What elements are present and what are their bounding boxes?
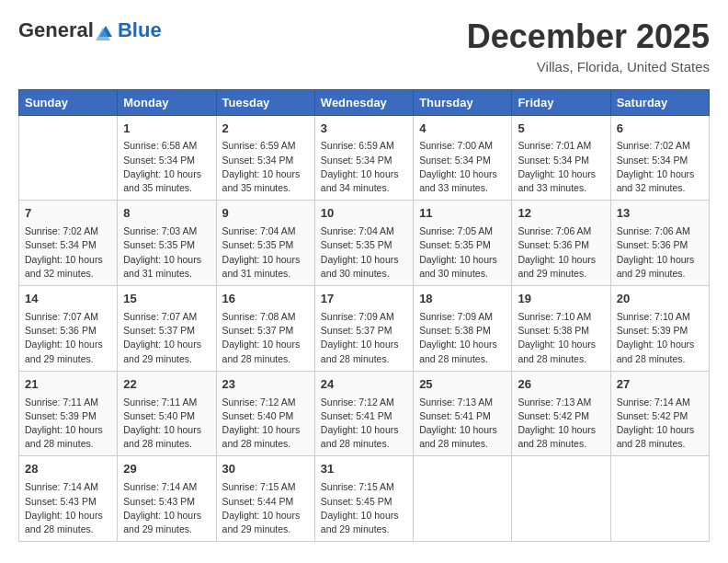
calendar-week-row: 14Sunrise: 7:07 AMSunset: 5:36 PMDayligh… xyxy=(19,286,710,372)
day-info: Sunrise: 6:59 AMSunset: 5:34 PMDaylight:… xyxy=(321,139,407,195)
day-info: Sunrise: 7:09 AMSunset: 5:37 PMDaylight:… xyxy=(321,310,407,366)
calendar-day-cell: 9Sunrise: 7:04 AMSunset: 5:35 PMDaylight… xyxy=(216,201,314,286)
day-info: Sunrise: 7:06 AMSunset: 5:36 PMDaylight:… xyxy=(617,224,703,281)
col-header-thursday: Thursday xyxy=(414,89,512,115)
calendar-day-cell: 1Sunrise: 6:58 AMSunset: 5:34 PMDaylight… xyxy=(118,115,216,201)
day-number: 19 xyxy=(518,291,604,308)
day-number: 17 xyxy=(321,291,407,308)
day-number: 27 xyxy=(617,376,703,394)
calendar-day-cell xyxy=(19,115,118,201)
calendar-day-cell: 18Sunrise: 7:09 AMSunset: 5:38 PMDayligh… xyxy=(414,286,512,372)
day-info: Sunrise: 6:59 AMSunset: 5:34 PMDaylight:… xyxy=(222,139,309,195)
calendar-header-row: SundayMondayTuesdayWednesdayThursdayFrid… xyxy=(19,89,710,115)
day-info: Sunrise: 7:00 AMSunset: 5:34 PMDaylight:… xyxy=(419,139,506,195)
calendar-day-cell xyxy=(512,456,610,542)
day-info: Sunrise: 7:15 AMSunset: 5:45 PMDaylight:… xyxy=(321,480,407,536)
day-info: Sunrise: 7:07 AMSunset: 5:36 PMDaylight:… xyxy=(25,310,111,366)
day-info: Sunrise: 7:04 AMSunset: 5:35 PMDaylight:… xyxy=(321,224,407,281)
day-info: Sunrise: 7:05 AMSunset: 5:35 PMDaylight:… xyxy=(419,224,506,281)
day-info: Sunrise: 7:13 AMSunset: 5:42 PMDaylight:… xyxy=(518,396,604,452)
day-number: 12 xyxy=(518,205,604,223)
day-number: 14 xyxy=(25,291,111,308)
day-info: Sunrise: 7:14 AMSunset: 5:43 PMDaylight:… xyxy=(25,480,111,536)
col-header-sunday: Sunday xyxy=(19,89,118,115)
logo: General Blue xyxy=(18,18,162,42)
day-number: 13 xyxy=(617,205,703,223)
day-number: 23 xyxy=(222,376,309,394)
page-header: General Blue December 2025 Villas, Flori… xyxy=(18,18,710,75)
day-info: Sunrise: 7:06 AMSunset: 5:36 PMDaylight:… xyxy=(518,224,604,281)
day-info: Sunrise: 7:03 AMSunset: 5:35 PMDaylight:… xyxy=(123,224,210,281)
calendar-day-cell xyxy=(610,456,709,542)
calendar-day-cell: 5Sunrise: 7:01 AMSunset: 5:34 PMDaylight… xyxy=(512,115,610,201)
day-number: 15 xyxy=(123,291,210,308)
calendar-day-cell: 21Sunrise: 7:11 AMSunset: 5:39 PMDayligh… xyxy=(19,371,118,456)
calendar-day-cell: 27Sunrise: 7:14 AMSunset: 5:42 PMDayligh… xyxy=(610,371,709,456)
day-number: 4 xyxy=(419,121,506,138)
day-info: Sunrise: 7:14 AMSunset: 5:43 PMDaylight:… xyxy=(123,480,210,536)
day-number: 29 xyxy=(123,461,210,478)
col-header-monday: Monday xyxy=(118,89,216,115)
day-info: Sunrise: 7:08 AMSunset: 5:37 PMDaylight:… xyxy=(222,310,309,366)
calendar-day-cell: 19Sunrise: 7:10 AMSunset: 5:38 PMDayligh… xyxy=(512,286,610,372)
day-info: Sunrise: 7:12 AMSunset: 5:40 PMDaylight:… xyxy=(222,396,309,452)
day-number: 18 xyxy=(419,291,506,308)
calendar-day-cell: 26Sunrise: 7:13 AMSunset: 5:42 PMDayligh… xyxy=(512,371,610,456)
calendar-day-cell: 31Sunrise: 7:15 AMSunset: 5:45 PMDayligh… xyxy=(314,456,413,542)
calendar-day-cell: 30Sunrise: 7:15 AMSunset: 5:44 PMDayligh… xyxy=(216,456,314,542)
calendar-day-cell xyxy=(414,456,512,542)
calendar-day-cell: 10Sunrise: 7:04 AMSunset: 5:35 PMDayligh… xyxy=(314,201,413,286)
calendar-day-cell: 7Sunrise: 7:02 AMSunset: 5:34 PMDaylight… xyxy=(19,201,118,286)
title-area: December 2025 Villas, Florida, United St… xyxy=(467,18,710,75)
calendar-table: SundayMondayTuesdayWednesdayThursdayFrid… xyxy=(18,89,710,543)
calendar-day-cell: 15Sunrise: 7:07 AMSunset: 5:37 PMDayligh… xyxy=(118,286,216,372)
day-info: Sunrise: 7:14 AMSunset: 5:42 PMDaylight:… xyxy=(617,396,703,452)
logo-text: General Blue xyxy=(18,18,162,42)
day-info: Sunrise: 7:11 AMSunset: 5:39 PMDaylight:… xyxy=(25,396,111,452)
day-info: Sunrise: 7:10 AMSunset: 5:38 PMDaylight:… xyxy=(518,310,604,366)
calendar-day-cell: 25Sunrise: 7:13 AMSunset: 5:41 PMDayligh… xyxy=(414,371,512,456)
calendar-day-cell: 29Sunrise: 7:14 AMSunset: 5:43 PMDayligh… xyxy=(118,456,216,542)
day-info: Sunrise: 6:58 AMSunset: 5:34 PMDaylight:… xyxy=(123,139,210,195)
calendar-day-cell: 14Sunrise: 7:07 AMSunset: 5:36 PMDayligh… xyxy=(19,286,118,372)
day-number: 9 xyxy=(222,205,309,223)
calendar-week-row: 1Sunrise: 6:58 AMSunset: 5:34 PMDaylight… xyxy=(19,115,710,201)
day-info: Sunrise: 7:11 AMSunset: 5:40 PMDaylight:… xyxy=(123,396,210,452)
day-number: 30 xyxy=(222,461,309,478)
day-number: 7 xyxy=(25,205,111,223)
col-header-friday: Friday xyxy=(512,89,610,115)
calendar-day-cell: 28Sunrise: 7:14 AMSunset: 5:43 PMDayligh… xyxy=(19,456,118,542)
calendar-day-cell: 6Sunrise: 7:02 AMSunset: 5:34 PMDaylight… xyxy=(610,115,709,201)
logo-blue-text: Blue xyxy=(118,18,162,42)
col-header-wednesday: Wednesday xyxy=(314,89,413,115)
day-number: 5 xyxy=(518,121,604,138)
calendar-day-cell: 11Sunrise: 7:05 AMSunset: 5:35 PMDayligh… xyxy=(414,201,512,286)
day-info: Sunrise: 7:02 AMSunset: 5:34 PMDaylight:… xyxy=(25,224,111,281)
calendar-day-cell: 23Sunrise: 7:12 AMSunset: 5:40 PMDayligh… xyxy=(216,371,314,456)
calendar-day-cell: 17Sunrise: 7:09 AMSunset: 5:37 PMDayligh… xyxy=(314,286,413,372)
day-info: Sunrise: 7:04 AMSunset: 5:35 PMDaylight:… xyxy=(222,224,309,281)
day-number: 28 xyxy=(25,461,111,478)
day-number: 11 xyxy=(419,205,506,223)
day-number: 6 xyxy=(617,121,703,138)
col-header-tuesday: Tuesday xyxy=(216,89,314,115)
day-info: Sunrise: 7:02 AMSunset: 5:34 PMDaylight:… xyxy=(617,139,703,195)
calendar-day-cell: 12Sunrise: 7:06 AMSunset: 5:36 PMDayligh… xyxy=(512,201,610,286)
calendar-day-cell: 3Sunrise: 6:59 AMSunset: 5:34 PMDaylight… xyxy=(314,115,413,201)
calendar-day-cell: 8Sunrise: 7:03 AMSunset: 5:35 PMDaylight… xyxy=(118,201,216,286)
calendar-day-cell: 13Sunrise: 7:06 AMSunset: 5:36 PMDayligh… xyxy=(610,201,709,286)
day-info: Sunrise: 7:13 AMSunset: 5:41 PMDaylight:… xyxy=(419,396,506,452)
calendar-week-row: 21Sunrise: 7:11 AMSunset: 5:39 PMDayligh… xyxy=(19,371,710,456)
calendar-day-cell: 20Sunrise: 7:10 AMSunset: 5:39 PMDayligh… xyxy=(610,286,709,372)
calendar-day-cell: 16Sunrise: 7:08 AMSunset: 5:37 PMDayligh… xyxy=(216,286,314,372)
col-header-saturday: Saturday xyxy=(610,89,709,115)
day-number: 16 xyxy=(222,291,309,308)
calendar-day-cell: 24Sunrise: 7:12 AMSunset: 5:41 PMDayligh… xyxy=(314,371,413,456)
day-info: Sunrise: 7:07 AMSunset: 5:37 PMDaylight:… xyxy=(123,310,210,366)
day-number: 21 xyxy=(25,376,111,394)
day-number: 1 xyxy=(123,121,210,138)
day-info: Sunrise: 7:09 AMSunset: 5:38 PMDaylight:… xyxy=(419,310,506,366)
month-title: December 2025 xyxy=(467,18,710,55)
day-number: 20 xyxy=(617,291,703,308)
logo-icon xyxy=(96,22,116,39)
